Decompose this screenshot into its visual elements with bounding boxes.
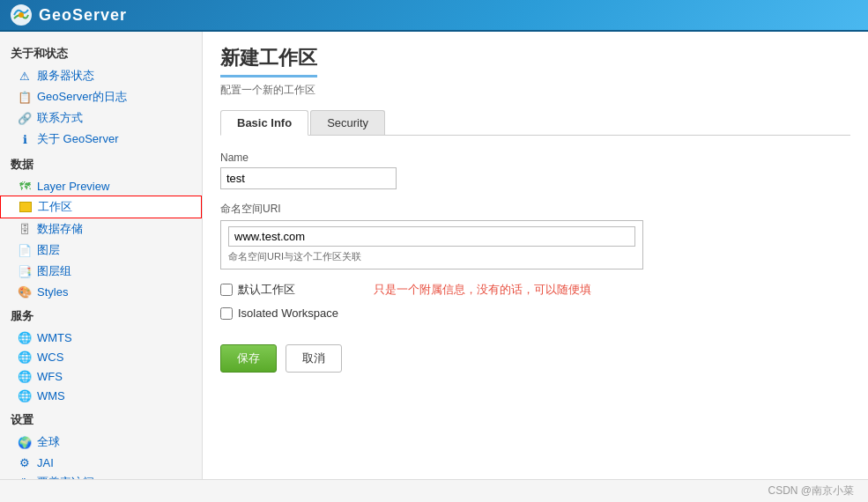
section-services-title: 服务 [0, 301, 202, 328]
namespace-label: 命名空间URI [220, 202, 850, 217]
tab-security[interactable]: Security [310, 110, 385, 135]
logo: GeoServer [9, 3, 127, 27]
wcs-icon: 🌐 [18, 350, 32, 364]
annotation-text: 只是一个附属信息，没有的话，可以随便填 [374, 282, 591, 298]
sidebar-item-layer[interactable]: 📄 图层 [0, 240, 202, 261]
sidebar-label-jai: JAI [37, 456, 54, 469]
footer: CSDN @南京小菜 [0, 479, 868, 502]
sidebar-label-wfs: WFS [37, 370, 63, 383]
sidebar-label-server-status: 服务器状态 [37, 68, 94, 84]
sidebar-item-wms[interactable]: 🌐 WMS [0, 386, 202, 405]
logo-text: GeoServer [39, 6, 127, 25]
sidebar-label-workspace: 工作区 [38, 199, 72, 215]
main-container: 关于和状态 ⚠ 服务器状态 📋 GeoServer的日志 🔗 联系方式 ℹ 关于… [0, 32, 868, 479]
sidebar-label-contact: 联系方式 [37, 110, 83, 126]
server-status-icon: ⚠ [18, 69, 32, 83]
name-input[interactable] [220, 167, 397, 189]
tabs-container: Basic Info Security [220, 110, 850, 136]
sidebar-item-contact[interactable]: 🔗 联系方式 [0, 107, 202, 129]
isolated-workspace-checkbox[interactable] [220, 307, 233, 320]
sidebar-item-wfs[interactable]: 🌐 WFS [0, 366, 202, 386]
sidebar-label-layer-preview: Layer Preview [37, 180, 109, 193]
sidebar-item-about[interactable]: ℹ 关于 GeoServer [0, 129, 202, 150]
section-data-title: 数据 [0, 150, 202, 176]
sidebar-item-log[interactable]: 📋 GeoServer的日志 [0, 86, 202, 107]
namespace-hint: 命名空间URI与这个工作区关联 [228, 250, 635, 263]
contact-icon: 🔗 [18, 111, 32, 125]
sidebar-item-global[interactable]: 🌍 全球 [0, 432, 202, 453]
sidebar-item-layer-preview[interactable]: 🗺 Layer Preview [0, 176, 202, 196]
svg-point-1 [19, 12, 24, 18]
section-settings-title: 设置 [0, 405, 202, 432]
sidebar-item-wcs[interactable]: 🌐 WCS [0, 347, 202, 366]
section-about-title: 关于和状态 [0, 39, 202, 65]
checkboxes-annotation-row: 默认工作区 Isolated Workspace 只是一个附属信息，没有的话，可… [220, 282, 850, 329]
log-icon: 📋 [18, 90, 32, 104]
layer-preview-icon: 🗺 [18, 179, 32, 193]
sidebar-item-jai[interactable]: ⚙ JAI [0, 453, 202, 472]
workspace-icon [19, 200, 33, 214]
sidebar-item-styles[interactable]: 🎨 Styles [0, 282, 202, 301]
sidebar-item-workspace[interactable]: 工作区 [0, 196, 202, 218]
sidebar-item-wmts[interactable]: 🌐 WMTS [0, 328, 202, 347]
datastore-icon: 🗄 [18, 222, 32, 236]
sidebar-label-layergroup: 图层组 [37, 263, 71, 279]
sidebar-item-server-status[interactable]: ⚠ 服务器状态 [0, 65, 202, 86]
sidebar-label-about: 关于 GeoServer [37, 131, 118, 147]
default-workspace-label: 默认工作区 [238, 282, 295, 298]
content-area: 新建工作区 配置一个新的工作区 Basic Info Security Name… [203, 32, 868, 479]
checkboxes-col: 默认工作区 Isolated Workspace [220, 282, 338, 329]
cancel-button[interactable]: 取消 [286, 344, 342, 373]
header: GeoServer [0, 0, 868, 32]
button-row: 保存 取消 [220, 344, 850, 373]
page-subtitle: 配置一个新的工作区 [220, 83, 850, 98]
sidebar-label-global: 全球 [37, 434, 60, 450]
default-workspace-checkbox[interactable] [220, 284, 233, 296]
name-label: Name [220, 151, 850, 164]
global-icon: 🌍 [18, 435, 32, 449]
isolated-workspace-row: Isolated Workspace [220, 306, 338, 320]
sidebar: 关于和状态 ⚠ 服务器状态 📋 GeoServer的日志 🔗 联系方式 ℹ 关于… [0, 32, 203, 479]
styles-icon: 🎨 [18, 284, 32, 299]
default-workspace-row: 默认工作区 [220, 282, 338, 298]
wms-icon: 🌐 [18, 388, 32, 402]
sidebar-item-layergroup[interactable]: 📑 图层组 [0, 261, 202, 282]
sidebar-label-datastore: 数据存储 [37, 221, 83, 237]
isolated-workspace-label: Isolated Workspace [238, 306, 338, 320]
namespace-box: 命名空间URI与这个工作区关联 [220, 220, 643, 269]
geoserver-logo-icon [9, 3, 33, 27]
jai-icon: ⚙ [18, 455, 32, 469]
tab-basic-info[interactable]: Basic Info [220, 110, 308, 136]
sidebar-label-styles: Styles [37, 285, 68, 299]
name-field-group: Name [220, 151, 850, 189]
about-icon: ℹ [18, 132, 32, 146]
layer-icon: 📄 [18, 243, 32, 257]
page-title: 新建工作区 [220, 45, 317, 78]
sidebar-label-wcs: WCS [37, 351, 63, 364]
layergroup-icon: 📑 [18, 264, 32, 278]
namespace-field-group: 命名空间URI 命名空间URI与这个工作区关联 [220, 202, 850, 269]
sidebar-label-layer: 图层 [37, 242, 60, 258]
save-button[interactable]: 保存 [220, 344, 277, 373]
wfs-icon: 🌐 [18, 369, 32, 383]
footer-text: CSDN @南京小菜 [768, 484, 854, 497]
sidebar-label-log: GeoServer的日志 [37, 89, 127, 105]
sidebar-item-coverage[interactable]: 🗺 覆盖率访问 [0, 472, 202, 479]
sidebar-label-wms: WMS [37, 389, 65, 402]
namespace-input[interactable] [228, 226, 635, 247]
sidebar-label-wmts: WMTS [37, 331, 72, 344]
sidebar-item-datastore[interactable]: 🗄 数据存储 [0, 218, 202, 240]
wmts-icon: 🌐 [18, 330, 32, 344]
